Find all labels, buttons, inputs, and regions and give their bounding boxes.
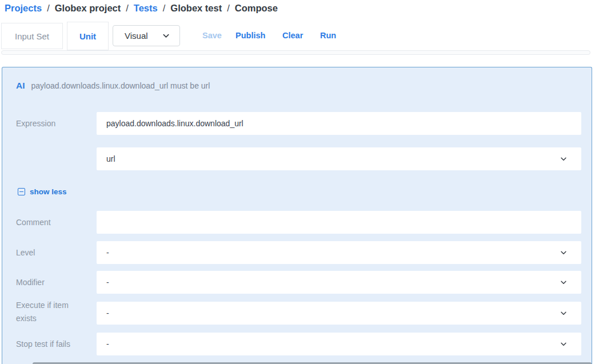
breadcrumb-separator: / bbox=[126, 3, 129, 14]
clear-button[interactable]: Clear bbox=[282, 31, 303, 40]
assertion-type-value: url bbox=[106, 154, 115, 163]
breadcrumb-compose: Compose bbox=[235, 3, 278, 14]
assertion-summary: payload.downloads.linux.download_url mus… bbox=[31, 81, 210, 90]
breadcrumb-tests[interactable]: Tests bbox=[134, 3, 158, 14]
view-mode-select[interactable]: Visual bbox=[113, 25, 180, 46]
stop-if-fails-value: - bbox=[106, 339, 109, 349]
save-button[interactable]: Save bbox=[202, 31, 222, 40]
execute-if-select[interactable]: - bbox=[97, 302, 581, 325]
assertion-type-select[interactable]: url bbox=[97, 147, 581, 170]
expression-label: Expression bbox=[16, 117, 82, 130]
breadcrumb-separator: / bbox=[163, 3, 166, 14]
tab-unit-label: Unit bbox=[79, 31, 96, 41]
breadcrumb-projects[interactable]: Projects bbox=[5, 3, 42, 14]
modifier-select[interactable]: - bbox=[97, 271, 581, 294]
level-value: - bbox=[106, 248, 109, 257]
chevron-down-icon bbox=[560, 309, 568, 317]
view-mode-value: Visual bbox=[125, 31, 148, 41]
stop-if-fails-label: Stop test if fails bbox=[16, 338, 82, 351]
modifier-label: Modifier bbox=[16, 276, 82, 289]
modifier-value: - bbox=[106, 278, 109, 287]
tab-unit[interactable]: Unit bbox=[67, 22, 109, 50]
collapsed-component-bar[interactable] bbox=[1, 50, 590, 55]
chevron-down-icon bbox=[560, 278, 568, 286]
assertion-panel: AI payload.downloads.linux.download_url … bbox=[2, 67, 592, 364]
chevron-down-icon bbox=[560, 249, 568, 257]
assertion-type-badge: AI bbox=[16, 81, 25, 91]
comment-input[interactable] bbox=[97, 211, 581, 234]
comment-label: Comment bbox=[16, 216, 82, 229]
level-select[interactable]: - bbox=[97, 241, 581, 264]
minus-square-icon bbox=[18, 188, 25, 195]
execute-if-label: Execute if item exists bbox=[16, 299, 82, 325]
breadcrumb: Projects / Globex project / Tests / Glob… bbox=[5, 1, 278, 15]
show-less-label: show less bbox=[30, 187, 67, 196]
show-less-toggle[interactable]: show less bbox=[18, 187, 67, 196]
assertion-header: AI payload.downloads.linux.download_url … bbox=[16, 81, 210, 91]
publish-button[interactable]: Publish bbox=[235, 31, 265, 40]
breadcrumb-test-name: Globex test bbox=[170, 3, 222, 14]
expression-input[interactable] bbox=[97, 112, 581, 135]
chevron-down-icon bbox=[162, 31, 170, 40]
execute-if-value: - bbox=[106, 309, 109, 318]
tab-input-set-label: Input Set bbox=[15, 31, 49, 41]
chevron-down-icon bbox=[560, 155, 568, 163]
run-button[interactable]: Run bbox=[320, 31, 336, 40]
level-label: Level bbox=[16, 246, 82, 259]
chevron-down-icon bbox=[560, 340, 568, 348]
breadcrumb-separator: / bbox=[227, 3, 230, 14]
tab-input-set[interactable]: Input Set bbox=[1, 23, 63, 49]
breadcrumb-project-name: Globex project bbox=[55, 3, 121, 14]
breadcrumb-separator: / bbox=[47, 3, 50, 14]
stop-if-fails-select[interactable]: - bbox=[97, 333, 581, 355]
